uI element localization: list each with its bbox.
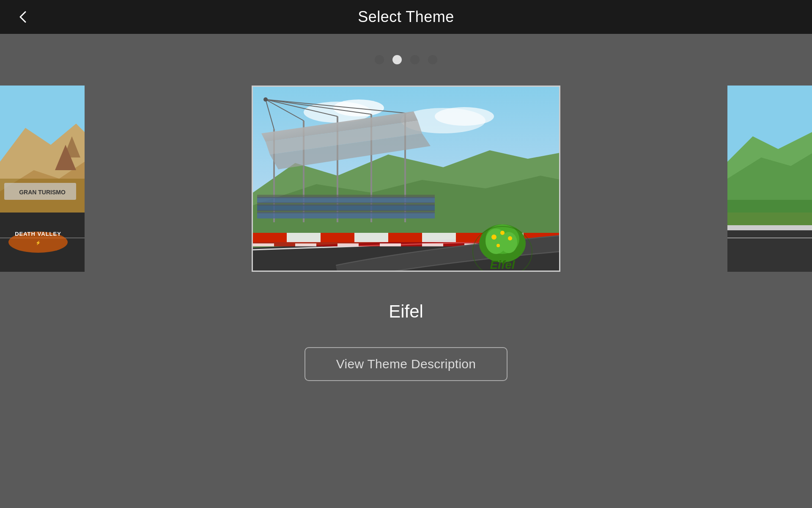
svg-rect-45 [337,243,359,246]
svg-rect-71 [727,229,812,272]
page-title: Select Theme [358,8,454,26]
svg-point-64 [497,244,500,247]
indicator-dot-4[interactable] [428,55,437,64]
svg-rect-44 [295,243,316,246]
svg-point-61 [491,235,497,240]
svg-text:Eifel: Eifel [490,258,515,271]
theme-name-label: Eifel [0,301,812,322]
svg-rect-73 [727,225,812,230]
theme-card-left[interactable]: GRAN TURISMO DEATH VALLEY ⚡ [0,86,85,272]
svg-point-15 [333,99,384,116]
view-description-button[interactable]: View Theme Description [304,347,508,381]
svg-rect-47 [422,243,443,246]
svg-text:⚡: ⚡ [36,240,41,246]
svg-text:DEATH VALLEY: DEATH VALLEY [15,231,61,237]
svg-rect-52 [321,233,354,242]
theme-card-right[interactable] [727,86,812,272]
svg-point-60 [500,232,517,253]
svg-point-63 [508,236,512,240]
svg-rect-37 [257,195,435,198]
indicator-dot-2[interactable] [392,55,402,64]
theme-carousel: GRAN TURISMO DEATH VALLEY ⚡ [0,77,812,280]
svg-point-62 [500,231,505,235]
svg-rect-38 [257,202,435,206]
header: Select Theme [0,0,812,34]
svg-rect-51 [253,233,287,242]
svg-rect-43 [253,243,274,246]
theme-card-center[interactable]: Eifel [252,86,560,272]
svg-point-17 [435,107,494,126]
svg-text:GRAN TURISMO: GRAN TURISMO [19,189,66,196]
indicator-dot-1[interactable] [375,55,384,64]
svg-rect-39 [257,210,435,213]
svg-rect-46 [380,243,401,246]
indicator-dot-3[interactable] [410,55,420,64]
back-button[interactable] [13,6,34,28]
page-indicator [0,55,812,64]
svg-rect-74 [727,213,812,225]
svg-point-30 [263,97,268,102]
svg-rect-53 [388,233,422,242]
